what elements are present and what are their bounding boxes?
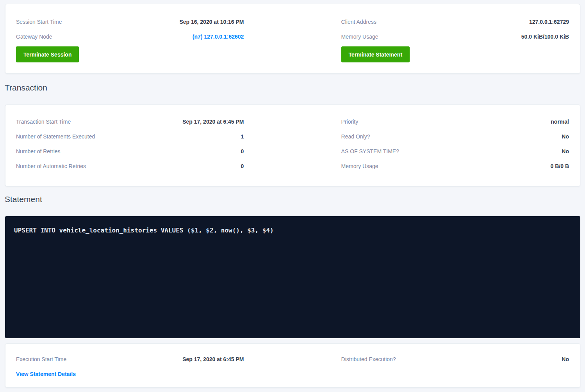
transaction-start-time-value: Sep 17, 2020 at 6:45 PM xyxy=(182,119,244,125)
as-of-system-time-row: AS OF SYSTEM TIME? No xyxy=(341,144,569,159)
as-of-system-time-value: No xyxy=(562,148,569,154)
transaction-start-time-row: Transaction Start Time Sep 17, 2020 at 6… xyxy=(16,114,244,129)
distributed-execution-value: No xyxy=(562,356,569,362)
execution-left-column: Execution Start Time Sep 17, 2020 at 6:4… xyxy=(16,352,244,381)
priority-value: normal xyxy=(551,119,569,125)
gateway-node-label: Gateway Node xyxy=(16,34,52,40)
number-of-retries-value: 0 xyxy=(241,148,244,154)
execution-right-column: Distributed Execution? No xyxy=(341,352,569,381)
transaction-memory-usage-value: 0 B/0 B xyxy=(551,163,569,169)
transaction-memory-usage-label: Memory Usage xyxy=(341,163,378,169)
transaction-details-card: Transaction Start Time Sep 17, 2020 at 6… xyxy=(5,105,580,186)
statements-executed-row: Number of Statements Executed 1 xyxy=(16,129,244,144)
statement-section-heading: Statement xyxy=(5,194,585,204)
session-summary-right-column: Client Address 127.0.0.1:62729 Memory Us… xyxy=(341,14,569,62)
view-statement-details-link[interactable]: View Statement Details xyxy=(16,371,76,377)
session-memory-usage-label: Memory Usage xyxy=(341,34,378,40)
transaction-right-column: Priority normal Read Only? No AS OF SYST… xyxy=(341,114,569,174)
read-only-label: Read Only? xyxy=(341,133,370,140)
statement-sql-code-block: UPSERT INTO vehicle_location_histories V… xyxy=(5,216,580,338)
client-address-label: Client Address xyxy=(341,19,376,25)
distributed-execution-label: Distributed Execution? xyxy=(341,356,396,362)
execution-start-time-row: Execution Start Time Sep 17, 2020 at 6:4… xyxy=(16,352,244,367)
gateway-node-row: Gateway Node (n7) 127.0.0.1:62602 xyxy=(16,29,244,44)
terminate-statement-button[interactable]: Terminate Statement xyxy=(341,46,410,62)
session-start-time-value: Sep 16, 2020 at 10:16 PM xyxy=(179,19,244,25)
session-summary-left-column: Session Start Time Sep 16, 2020 at 10:16… xyxy=(16,14,244,62)
read-only-value: No xyxy=(562,133,569,140)
automatic-retries-row: Number of Automatic Retries 0 xyxy=(16,159,244,174)
transaction-section-heading: Transaction xyxy=(5,83,585,93)
number-of-retries-label: Number of Retries xyxy=(16,148,61,154)
automatic-retries-value: 0 xyxy=(241,163,244,169)
session-start-time-label: Session Start Time xyxy=(16,19,62,25)
session-start-time-row: Session Start Time Sep 16, 2020 at 10:16… xyxy=(16,14,244,29)
client-address-row: Client Address 127.0.0.1:62729 xyxy=(341,14,569,29)
client-address-value: 127.0.0.1:62729 xyxy=(529,19,569,25)
gateway-node-link[interactable]: (n7) 127.0.0.1:62602 xyxy=(193,34,244,40)
distributed-execution-row: Distributed Execution? No xyxy=(341,352,569,367)
execution-details-card: Execution Start Time Sep 17, 2020 at 6:4… xyxy=(5,343,580,388)
transaction-left-column: Transaction Start Time Sep 17, 2020 at 6… xyxy=(16,114,244,174)
view-statement-details-row: View Statement Details xyxy=(16,367,244,381)
execution-start-time-label: Execution Start Time xyxy=(16,356,66,362)
automatic-retries-label: Number of Automatic Retries xyxy=(16,163,86,169)
priority-row: Priority normal xyxy=(341,114,569,129)
priority-label: Priority xyxy=(341,119,358,125)
session-details-page: Session Start Time Sep 16, 2020 at 10:16… xyxy=(0,4,585,392)
read-only-row: Read Only? No xyxy=(341,129,569,144)
session-memory-usage-row: Memory Usage 50.0 KiB/100.0 KiB xyxy=(341,29,569,44)
number-of-retries-row: Number of Retries 0 xyxy=(16,144,244,159)
transaction-memory-usage-row: Memory Usage 0 B/0 B xyxy=(341,159,569,174)
as-of-system-time-label: AS OF SYSTEM TIME? xyxy=(341,148,399,154)
statements-executed-value: 1 xyxy=(241,133,244,140)
session-memory-usage-value: 50.0 KiB/100.0 KiB xyxy=(521,34,569,40)
terminate-session-button[interactable]: Terminate Session xyxy=(16,46,79,62)
execution-start-time-value: Sep 17, 2020 at 6:45 PM xyxy=(182,356,244,362)
transaction-start-time-label: Transaction Start Time xyxy=(16,119,71,125)
statements-executed-label: Number of Statements Executed xyxy=(16,133,95,140)
session-summary-card: Session Start Time Sep 16, 2020 at 10:16… xyxy=(5,4,580,74)
